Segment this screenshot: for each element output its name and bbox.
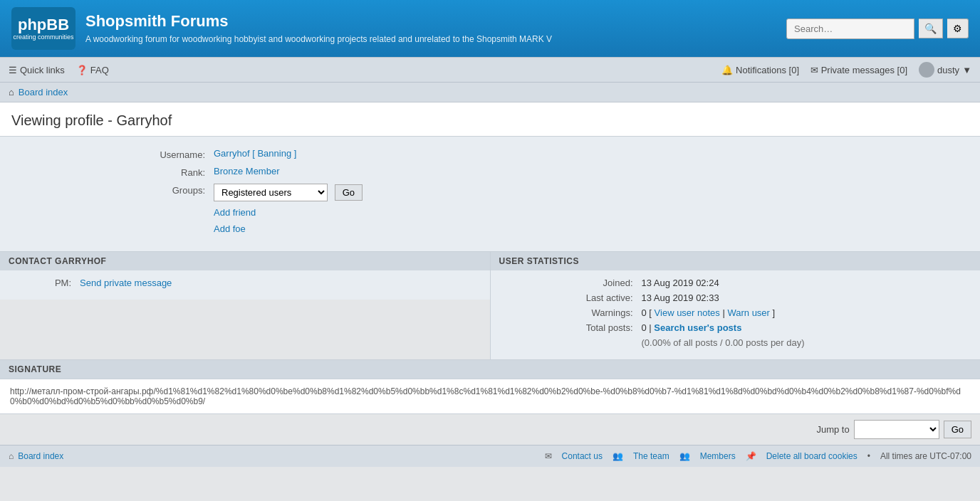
chevron-down-icon: ▼: [962, 65, 971, 75]
notifications-area[interactable]: 🔔 Notifications [0]: [721, 65, 799, 75]
site-description: A woodworking forum for woodworking hobb…: [85, 33, 552, 46]
stats-column: USER STATISTICS Joined: 13 Aug 2019 02:2…: [491, 252, 981, 359]
jump-wrapper: Jump to Go: [816, 420, 971, 439]
pm-value: Send private message: [80, 278, 172, 288]
bell-icon: 🔔: [721, 65, 733, 75]
send-pm-link[interactable]: Send private message: [80, 278, 172, 288]
site-logo: phpBB creating communities: [11, 7, 75, 50]
last-active-value: 13 Aug 2019 02:33: [642, 292, 719, 303]
footer-cookie-icon: 📌: [746, 451, 756, 461]
last-active-label: Last active:: [499, 292, 642, 303]
contact-body: PM: Send private message: [0, 270, 490, 300]
logo-text: phpBB: [18, 17, 69, 33]
warnings-label: Warnings:: [499, 307, 642, 318]
groups-row: Groups: Registered users Go: [14, 184, 966, 201]
footer-envelope-icon: ✉: [545, 451, 552, 461]
faq-link[interactable]: ❓ FAQ: [76, 65, 109, 75]
settings-button[interactable]: ⚙: [947, 19, 969, 38]
jump-bar: Jump to Go: [0, 414, 980, 445]
footer-members-icon: 👥: [679, 451, 690, 461]
notifications-label: Notifications: [736, 65, 786, 75]
groups-select[interactable]: Registered users: [214, 184, 328, 201]
jump-select[interactable]: [854, 420, 939, 439]
groups-value: Registered users Go: [214, 184, 363, 201]
board-index-link[interactable]: Board index: [19, 87, 68, 97]
warn-user-link[interactable]: Warn user: [727, 307, 769, 318]
private-messages-count: 0: [900, 65, 905, 75]
rank-value: Bronze Member: [214, 166, 279, 176]
breadcrumb: ⌂ Board index: [0, 83, 980, 102]
home-icon: ⌂: [9, 87, 14, 97]
site-info: Shopsmith Forums A woodworking forum for…: [85, 12, 552, 46]
search-input[interactable]: [786, 19, 914, 39]
username-label-field: Username:: [14, 148, 214, 160]
footer-delete-cookies-link[interactable]: Delete all board cookies: [766, 451, 858, 461]
site-title: Shopsmith Forums: [85, 12, 552, 31]
hamburger-icon: ☰: [9, 65, 17, 75]
footer-team-link[interactable]: The team: [633, 451, 669, 461]
groups-label-field: Groups:: [14, 184, 214, 196]
footer-board-index-link[interactable]: Board index: [18, 451, 63, 461]
footer-bullet: •: [867, 451, 870, 461]
footer-contact-link[interactable]: Contact us: [562, 451, 603, 461]
username-label: dusty: [937, 65, 959, 75]
user-menu[interactable]: dusty ▼: [919, 62, 971, 78]
header-left: phpBB creating communities Shopsmith For…: [11, 7, 552, 50]
contact-column: CONTACT GARRYHOF PM: Send private messag…: [0, 252, 491, 359]
username-row: Username: Garryhof [ Banning ]: [14, 148, 966, 160]
add-friend-link[interactable]: Add friend: [214, 207, 256, 218]
logo-sub: creating communities: [13, 34, 73, 41]
question-icon: ❓: [76, 65, 88, 75]
total-posts-count: 0: [642, 322, 647, 333]
search-posts-link[interactable]: Search user's posts: [654, 322, 741, 333]
groups-go-button[interactable]: Go: [335, 184, 363, 201]
username-link[interactable]: Garryhof: [214, 148, 250, 159]
footer-timezone: All times are UTC-07:00: [880, 451, 971, 461]
footer-home-icon: ⌂: [9, 451, 14, 461]
signature-header: SIGNATURE: [0, 359, 980, 379]
banning-label: [ Banning ]: [252, 148, 296, 159]
footer-team-icon: 👥: [612, 451, 623, 461]
private-messages-area[interactable]: ✉ Private messages [0]: [810, 65, 907, 75]
pm-row: PM: Send private message: [9, 278, 481, 288]
username-value: Garryhof [ Banning ]: [214, 148, 296, 159]
total-posts-row: Total posts: 0 | Search user's posts: [499, 322, 972, 333]
posts-stats: (0.00% of all posts / 0.00 posts per day…: [642, 337, 805, 348]
profile-section: Username: Garryhof [ Banning ] Rank: Bro…: [0, 136, 980, 251]
joined-value: 13 Aug 2019 02:24: [642, 278, 719, 288]
footer: ⌂ Board index ✉ Contact us 👥 The team 👥 …: [0, 445, 980, 467]
rank-row: Rank: Bronze Member: [14, 166, 966, 178]
warnings-count: 0: [642, 307, 647, 318]
add-friend-row: Add friend: [14, 207, 966, 218]
site-header: phpBB creating communities Shopsmith For…: [0, 0, 980, 57]
quick-links-menu[interactable]: ☰ Quick links: [9, 65, 65, 75]
jump-go-button[interactable]: Go: [944, 421, 971, 438]
search-button[interactable]: 🔍: [919, 19, 943, 38]
view-user-notes-link[interactable]: View user notes: [655, 307, 720, 318]
footer-left: ⌂ Board index: [9, 451, 63, 461]
joined-label: Joined:: [499, 278, 642, 288]
pm-label: PM:: [9, 278, 80, 288]
two-column-section: CONTACT GARRYHOF PM: Send private messag…: [0, 251, 980, 359]
signature-body: http://металл-пром-строй-ангары.рф/%d1%8…: [0, 379, 980, 414]
add-foe-link[interactable]: Add foe: [214, 223, 246, 234]
add-foe-row: Add foe: [14, 223, 966, 234]
private-messages-label: Private messages: [821, 65, 895, 75]
stats-body: Joined: 13 Aug 2019 02:24 Last active: 1…: [491, 270, 981, 359]
stats-header: USER STATISTICS: [491, 252, 981, 270]
footer-members-link[interactable]: Members: [700, 451, 736, 461]
footer-right: ✉ Contact us 👥 The team 👥 Members 📌 Dele…: [545, 451, 971, 461]
rank-label-field: Rank:: [14, 166, 214, 178]
header-search: 🔍 ⚙: [786, 19, 969, 39]
quick-links-label: Quick links: [20, 65, 65, 75]
avatar: [919, 62, 934, 78]
navbar-left: ☰ Quick links ❓ FAQ: [9, 65, 109, 75]
joined-row: Joined: 13 Aug 2019 02:24: [499, 278, 972, 288]
warnings-value: 0 [ View user notes | Warn user ]: [642, 307, 776, 318]
navbar: ☰ Quick links ❓ FAQ 🔔 Notifications [0] …: [0, 57, 980, 83]
navbar-right: 🔔 Notifications [0] ✉ Private messages […: [721, 62, 971, 78]
page-title: Viewing profile - Garryhof: [0, 102, 980, 136]
envelope-icon: ✉: [810, 65, 818, 75]
total-posts-value: 0 | Search user's posts: [642, 322, 742, 333]
jump-label: Jump to: [816, 424, 849, 435]
